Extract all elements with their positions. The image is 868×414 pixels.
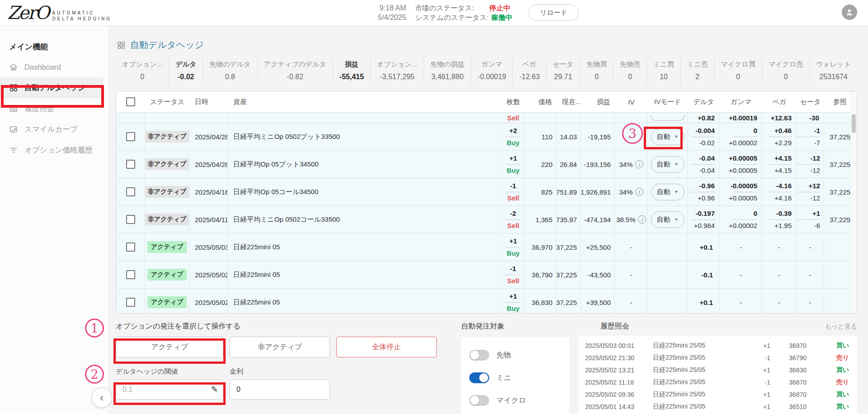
delta-unit: +0.984: [694, 221, 715, 231]
qty-value: +1: [509, 153, 517, 163]
sidebar-item-option-price-history[interactable]: オプション価格履歴: [0, 140, 108, 161]
list-icon: [9, 104, 18, 113]
sidebar-item-history[interactable]: 履歴照会: [0, 98, 108, 119]
deactivate-button[interactable]: 非アクティブ: [230, 337, 330, 357]
iv-mode-dropdown[interactable]: 自動▼: [651, 184, 684, 200]
auto-order-title: 自動発注対象: [461, 322, 570, 331]
history-qty: +1: [748, 403, 770, 410]
history-side: 買い: [836, 342, 849, 350]
row-asset: 日経平均Op 05コール34500: [228, 178, 502, 205]
status-badge: 非アクティブ: [145, 186, 189, 198]
user-avatar[interactable]: [842, 5, 857, 20]
sidebar-collapse-button[interactable]: ‹: [92, 388, 112, 408]
delta-net: -0.96: [699, 181, 715, 191]
futures-toggle[interactable]: [469, 350, 489, 361]
current-value: 2,751.89: [557, 178, 581, 205]
qty-value: -1: [510, 264, 516, 274]
row-asset: 日経225mini 05: [228, 289, 502, 314]
gamma-unit: +0.00002: [729, 138, 757, 148]
theta-net: -: [797, 233, 824, 261]
row-checkbox[interactable]: [126, 160, 135, 169]
iv-mode-dropdown[interactable]: 自動▼: [651, 211, 684, 228]
vega-net: +4.15: [774, 153, 792, 163]
row-checkbox[interactable]: [126, 243, 135, 252]
row-checkbox[interactable]: [126, 298, 135, 307]
history-price: 36970: [770, 342, 807, 349]
logo-script-text: ZerO: [7, 1, 48, 24]
pnl-value: +39,500: [581, 289, 615, 314]
theta-unit: -7: [814, 138, 820, 148]
toggle-label: ミニ: [496, 373, 511, 383]
iv-value: -: [615, 261, 648, 288]
stat-pnl: 損益-55,415: [333, 58, 371, 85]
row-checkbox[interactable]: [126, 270, 135, 279]
row-date: 2025/04/11: [189, 206, 228, 233]
history-title: 履歴照会: [600, 322, 629, 331]
gamma-net: 0: [754, 126, 757, 136]
info-icon[interactable]: i: [638, 215, 646, 224]
side-label: Buy: [507, 166, 519, 176]
side-label: Buy: [507, 248, 519, 258]
reload-button[interactable]: リロード: [528, 5, 579, 21]
status-badge: 非アクティブ: [145, 158, 189, 170]
interest-rate-input[interactable]: [230, 380, 330, 400]
sidebar-item-smile-curve[interactable]: スマイルカーブ: [0, 119, 108, 140]
vega-net: -4.16: [776, 181, 792, 191]
info-icon[interactable]: i: [635, 160, 643, 168]
info-icon[interactable]: i: [635, 188, 643, 196]
filter-lines-icon: [9, 146, 18, 155]
table-row: 非アクティブ 2025/04/11 日経平均ミニOp 0502コール33500 …: [116, 206, 857, 233]
pencil-icon[interactable]: ✎: [211, 385, 218, 395]
side-label: Buy: [507, 304, 519, 314]
micro-toggle[interactable]: [469, 395, 489, 406]
see-more-link[interactable]: もっと見る: [825, 323, 857, 331]
delta-net: -0.004: [695, 126, 715, 136]
row-date: 2025/05/02: [189, 261, 228, 288]
theta-unit: -6: [814, 221, 820, 231]
stop-all-button[interactable]: 全体停止: [336, 337, 437, 357]
qty-value: +1: [509, 291, 517, 301]
side-label: Sell: [507, 276, 519, 286]
status-lines: 市場のステータス: 停止中 システムのステータス: 稼働中: [415, 3, 512, 22]
activate-button[interactable]: アクティブ: [116, 337, 223, 357]
current-value: 26.84: [557, 151, 581, 178]
date-text: 5/4/2025: [378, 13, 406, 22]
row-checkbox[interactable]: [126, 187, 135, 196]
status-badge: アクティブ: [147, 241, 187, 253]
sidebar-item-auto-delta-hedge[interactable]: 自動デルタヘッジ: [0, 77, 103, 98]
row-checkbox[interactable]: [126, 215, 135, 224]
mini-toggle[interactable]: [469, 372, 489, 383]
positions-table: ステータス 日時 資産 枚数 価格 現在... 損益 IV IVモード デルタ …: [116, 91, 857, 314]
time-text: 9:18 AM: [378, 3, 406, 13]
chevron-down-icon: ▼: [675, 162, 679, 167]
iv-mode-dropdown-clipped[interactable]: [651, 115, 685, 121]
iv-mode-dropdown[interactable]: 自動▼: [651, 156, 684, 173]
sidebar-item-dashboard[interactable]: Dashboard: [0, 57, 108, 77]
threshold-label: デルタヘッジの閾値: [116, 367, 230, 376]
history-price: 36670: [770, 379, 807, 386]
system-status-value: 稼働中: [491, 13, 513, 22]
scrollbar-thumb[interactable]: [852, 114, 856, 133]
vega-net: -0.39: [776, 209, 792, 219]
top-bar: ZerO AUTOMATIC DELTA HEDGING 9:18 AM 5/4…: [0, 0, 868, 26]
col-qty: 枚数: [502, 98, 525, 106]
sidebar-section-title: メイン機能: [0, 25, 108, 57]
history-asset: 日経225mini 25/05: [653, 390, 748, 399]
iv-mode-dropdown[interactable]: 自動▼: [651, 128, 684, 145]
stat-mini-sell: ミニ売2: [681, 58, 715, 85]
table-row: アクティブ 2025/05/02 日経225mini 05 +1Buy 36,8…: [116, 289, 857, 314]
select-all-checkbox[interactable]: [126, 97, 135, 106]
pnl-value: -193,156: [581, 151, 615, 178]
auto-order-targets: 自動発注対象 先物 ミニ マイクロ: [461, 320, 570, 414]
bottom-panel: オプションの発注を選択して操作する アクティブ 非アクティブ 全体停止 デルタヘ…: [116, 320, 857, 414]
row-checkbox[interactable]: [126, 132, 135, 141]
side-label: Sell: [507, 114, 519, 123]
history-row: 2025/05/02 11:18 日経225mini 25/05 -1 3667…: [585, 376, 849, 388]
chevron-down-icon: ▼: [675, 217, 679, 222]
status-cluster: 9:18 AM 5/4/2025 市場のステータス: 停止中 システムのステータ…: [378, 3, 579, 22]
row-asset: 日経平均Op 05プット34500: [228, 151, 502, 178]
current-value: 37,225: [557, 289, 581, 314]
stats-bar: オプション...0 デルタ-0.02 先物のデルタ0.8 アクティブのデルタ-0…: [116, 58, 857, 85]
threshold-input[interactable]: [116, 380, 223, 400]
price-value: 220: [525, 151, 557, 178]
